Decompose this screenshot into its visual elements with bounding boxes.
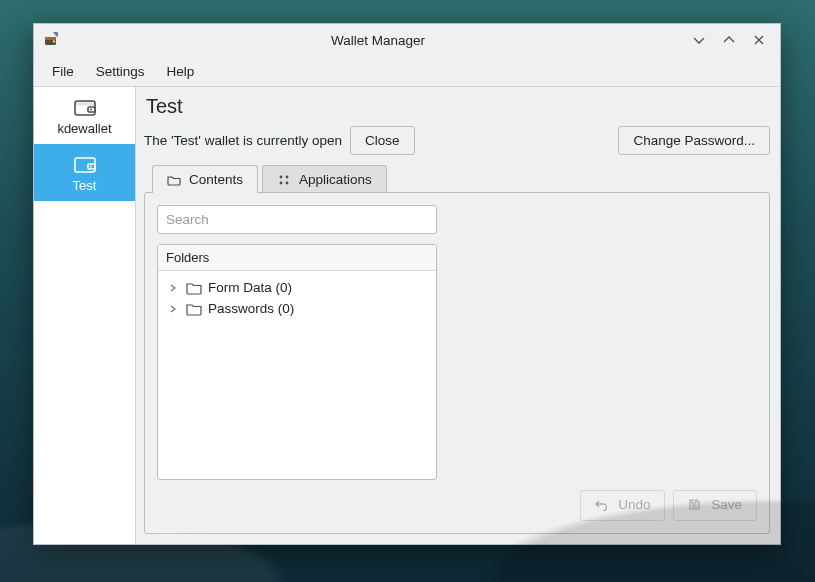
tree-row-label: Form Data (0) [208, 280, 292, 295]
svg-rect-1 [45, 37, 56, 40]
undo-icon [595, 499, 612, 514]
wallet-sidebar: kdewallet Test [34, 87, 136, 544]
svg-point-9 [90, 166, 92, 168]
tabbar: Contents Applications [144, 165, 770, 193]
undo-button[interactable]: Undo [580, 490, 665, 521]
chevron-right-icon[interactable] [166, 302, 180, 316]
wallet-status-text: The 'Test' wallet is currently open [144, 133, 342, 148]
change-password-button[interactable]: Change Password... [618, 126, 770, 155]
tab-label: Contents [189, 172, 243, 187]
window-title: Wallet Manager [66, 33, 690, 48]
main-pane: Test The 'Test' wallet is currently open… [136, 87, 780, 544]
svg-point-10 [280, 175, 283, 178]
folder-icon [186, 281, 202, 295]
save-button[interactable]: Save [673, 490, 757, 521]
svg-point-6 [90, 109, 92, 111]
tabpane-contents: Folders Form Data (0) [144, 192, 770, 534]
save-icon [688, 499, 705, 514]
sidebar-wallet-kdewallet[interactable]: kdewallet [34, 87, 135, 144]
svg-rect-4 [75, 101, 95, 106]
tab-label: Applications [299, 172, 372, 187]
save-button-label: Save [711, 497, 742, 512]
close-button[interactable] [750, 31, 768, 49]
folders-header: Folders [158, 245, 436, 271]
tab-contents[interactable]: Contents [152, 165, 258, 193]
svg-rect-7 [75, 158, 95, 172]
tree-row-form-data[interactable]: Form Data (0) [162, 277, 432, 298]
menu-file[interactable]: File [42, 60, 84, 83]
sidebar-wallet-label: Test [73, 178, 97, 193]
applications-icon [277, 173, 291, 187]
close-wallet-button[interactable]: Close [350, 126, 415, 155]
maximize-button[interactable] [720, 31, 738, 49]
folder-icon [186, 302, 202, 316]
menu-help[interactable]: Help [157, 60, 205, 83]
search-field-wrapper [157, 205, 437, 234]
page-title: Test [146, 95, 770, 118]
search-input[interactable] [158, 206, 436, 233]
undo-button-label: Undo [618, 497, 650, 512]
wallet-icon [73, 97, 97, 117]
folders-panel: Folders Form Data (0) [157, 244, 437, 480]
menu-settings[interactable]: Settings [86, 60, 155, 83]
chevron-right-icon[interactable] [166, 281, 180, 295]
folder-open-icon [167, 174, 181, 186]
svg-point-11 [286, 175, 289, 178]
menubar: File Settings Help [34, 56, 780, 86]
tree-row-label: Passwords (0) [208, 301, 294, 316]
tree-row-passwords[interactable]: Passwords (0) [162, 298, 432, 319]
tab-applications[interactable]: Applications [262, 165, 387, 193]
app-window: Wallet Manager File Settings Help [33, 23, 781, 545]
titlebar: Wallet Manager [34, 24, 780, 56]
minimize-button[interactable] [690, 31, 708, 49]
app-icon [42, 31, 60, 49]
svg-point-2 [53, 40, 55, 42]
sidebar-wallet-label: kdewallet [57, 121, 111, 136]
svg-point-12 [280, 181, 283, 184]
svg-point-13 [286, 181, 289, 184]
wallet-icon [73, 154, 97, 174]
sidebar-wallet-test[interactable]: Test [34, 144, 135, 201]
folders-tree: Form Data (0) Passwords (0) [158, 271, 436, 479]
